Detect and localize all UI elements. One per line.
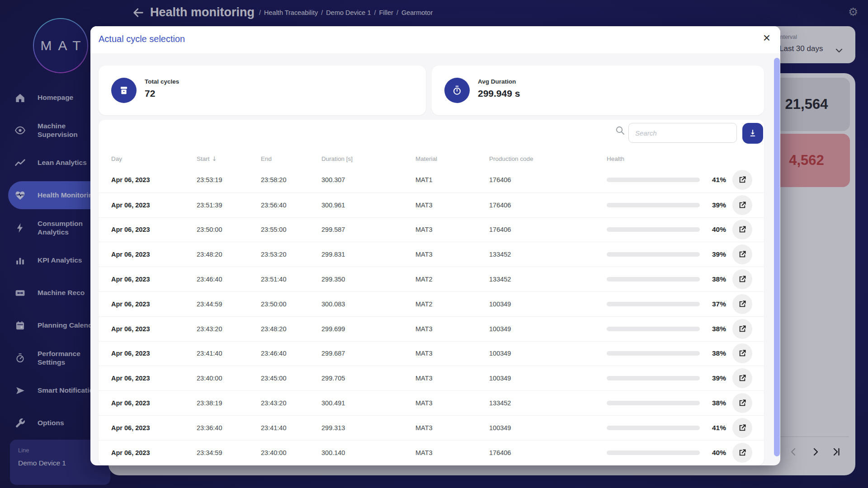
cycle-selection-modal: Actual cycle selection × Total cycles 72… xyxy=(90,26,780,465)
cell-end: 23:55:00 xyxy=(261,226,321,233)
cell-end: 23:40:00 xyxy=(261,449,321,456)
table-row[interactable]: Apr 06, 2023 23:48:20 23:53:20 299.831 M… xyxy=(99,242,764,267)
table-row[interactable]: Apr 06, 2023 23:43:20 23:48:20 299.699 M… xyxy=(99,316,764,341)
open-cycle-button[interactable] xyxy=(732,220,752,239)
cell-end: 23:58:20 xyxy=(261,176,321,183)
cell-material: MAT3 xyxy=(415,226,489,233)
cell-health-percent: 38% xyxy=(700,275,726,283)
modal-scrollbar[interactable] xyxy=(774,58,780,456)
open-cycle-button[interactable] xyxy=(732,393,752,413)
table-row[interactable]: Apr 06, 2023 23:41:40 23:46:40 299.687 M… xyxy=(99,341,764,366)
external-link-icon xyxy=(738,399,747,408)
health-bar xyxy=(607,252,700,257)
cell-material: MAT3 xyxy=(415,202,489,209)
cell-material: MAT3 xyxy=(415,375,489,382)
table-row[interactable]: Apr 06, 2023 23:50:00 23:55:00 299.587 M… xyxy=(99,217,764,242)
cell-day: Apr 06, 2023 xyxy=(111,251,197,258)
cell-material: MAT3 xyxy=(415,449,489,456)
cell-end: 23:43:20 xyxy=(261,399,321,407)
cell-end: 23:48:20 xyxy=(261,325,321,333)
cell-day: Apr 06, 2023 xyxy=(111,399,197,407)
cell-duration: 299.705 xyxy=(321,375,415,382)
cell-start: 23:38:19 xyxy=(197,399,261,407)
column-header-duration-s[interactable]: Duration [s] xyxy=(321,155,415,162)
health-bar xyxy=(607,401,700,405)
close-icon[interactable]: × xyxy=(763,32,770,44)
cell-day: Apr 06, 2023 xyxy=(111,202,197,209)
health-bar xyxy=(607,178,700,182)
open-cycle-button[interactable] xyxy=(732,244,752,264)
cell-production-code: 176406 xyxy=(489,176,607,183)
open-cycle-button[interactable] xyxy=(732,443,752,463)
download-icon xyxy=(748,128,758,138)
cell-material: MAT1 xyxy=(415,176,489,183)
column-header-end[interactable]: End xyxy=(261,155,321,162)
table-header-row: DayStart↓EndDuration [s]MaterialProducti… xyxy=(99,150,764,168)
table-row[interactable]: Apr 06, 2023 23:34:59 23:40:00 300.140 M… xyxy=(99,440,764,465)
cell-production-code: 133452 xyxy=(489,276,607,283)
table-row[interactable]: Apr 06, 2023 23:40:00 23:45:00 299.705 M… xyxy=(99,366,764,390)
cell-start: 23:34:59 xyxy=(197,449,261,456)
open-cycle-button[interactable] xyxy=(732,269,752,289)
health-bar xyxy=(607,227,700,232)
column-header-start[interactable]: Start↓ xyxy=(197,155,261,162)
table-row[interactable]: Apr 06, 2023 23:38:19 23:43:20 300.491 M… xyxy=(99,390,764,415)
cell-material: MAT3 xyxy=(415,350,489,357)
cell-health-percent: 39% xyxy=(700,250,726,258)
download-button[interactable] xyxy=(742,123,763,144)
table-row[interactable]: Apr 06, 2023 23:53:19 23:58:20 300.307 M… xyxy=(99,168,764,192)
health-bar xyxy=(607,302,700,306)
cell-duration: 300.491 xyxy=(321,399,415,407)
archive-icon xyxy=(111,78,137,103)
cell-start: 23:53:19 xyxy=(197,176,261,183)
sort-desc-icon: ↓ xyxy=(212,155,217,162)
external-link-icon xyxy=(738,324,747,333)
search-input[interactable] xyxy=(628,123,737,143)
table-row[interactable]: Apr 06, 2023 23:51:39 23:56:40 300.961 M… xyxy=(99,192,764,217)
total-cycles-value: 72 xyxy=(145,88,155,99)
health-bar xyxy=(607,376,700,380)
modal-title: Actual cycle selection xyxy=(99,34,185,44)
table-row[interactable]: Apr 06, 2023 23:36:40 23:41:40 299.313 M… xyxy=(99,415,764,440)
health-bar xyxy=(607,351,700,356)
cell-material: MAT2 xyxy=(415,276,489,283)
total-cycles-label: Total cycles xyxy=(145,78,179,85)
cell-duration: 299.687 xyxy=(321,350,415,357)
table-row[interactable]: Apr 06, 2023 23:46:40 23:51:40 299.350 M… xyxy=(99,267,764,291)
cell-duration: 300.140 xyxy=(321,449,415,456)
health-bar xyxy=(607,203,700,207)
cell-start: 23:48:20 xyxy=(197,251,261,258)
health-bar xyxy=(607,450,700,455)
open-cycle-button[interactable] xyxy=(732,418,752,438)
column-header-day[interactable]: Day xyxy=(111,155,197,162)
stopwatch-icon xyxy=(444,78,470,103)
external-link-icon xyxy=(738,225,747,234)
column-header-health[interactable]: Health xyxy=(607,155,700,162)
cell-duration: 299.587 xyxy=(321,226,415,233)
health-bar xyxy=(607,426,700,430)
open-cycle-button[interactable] xyxy=(732,319,752,339)
open-cycle-button[interactable] xyxy=(732,294,752,314)
cell-material: MAT3 xyxy=(415,325,489,333)
cell-health-percent: 39% xyxy=(700,201,726,209)
column-header-material[interactable]: Material xyxy=(415,155,489,162)
external-link-icon xyxy=(738,448,747,457)
cell-production-code: 100349 xyxy=(489,375,607,382)
cell-health-percent: 41% xyxy=(700,424,726,432)
cell-duration: 300.307 xyxy=(321,176,415,183)
open-cycle-button[interactable] xyxy=(732,195,752,215)
table-row[interactable]: Apr 06, 2023 23:44:59 23:50:00 300.083 M… xyxy=(99,291,764,316)
external-link-icon xyxy=(738,201,747,210)
column-header-production-code[interactable]: Production code xyxy=(489,155,607,162)
cell-health-percent: 38% xyxy=(700,325,726,333)
cell-day: Apr 06, 2023 xyxy=(111,350,197,357)
open-cycle-button[interactable] xyxy=(732,170,752,190)
cell-health-percent: 39% xyxy=(700,374,726,382)
cell-day: Apr 06, 2023 xyxy=(111,226,197,233)
cell-start: 23:51:39 xyxy=(197,202,261,209)
open-cycle-button[interactable] xyxy=(732,368,752,388)
cell-health-percent: 37% xyxy=(700,300,726,308)
open-cycle-button[interactable] xyxy=(732,343,752,363)
avg-duration-label: Avg Duration xyxy=(478,78,516,85)
cell-health-percent: 40% xyxy=(700,225,726,234)
